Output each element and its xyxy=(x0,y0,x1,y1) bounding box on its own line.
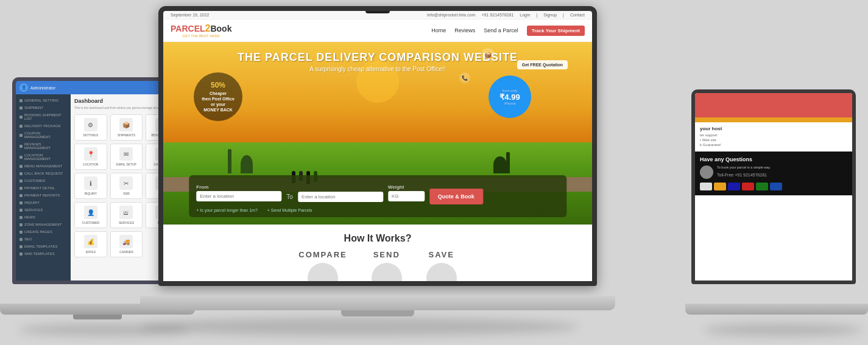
grid-email[interactable]: ✉ EMAIL SETUP xyxy=(110,144,143,170)
quote-book-button[interactable]: Quote & Book xyxy=(429,189,483,204)
right-questions-section: Have any Questions To book your parcel i… xyxy=(695,152,852,195)
settings-icon: ⚙ xyxy=(84,118,97,131)
right-agent-avatar xyxy=(700,166,713,179)
logo-parcel: PARCEL xyxy=(171,24,205,33)
sidebar-item-coupon[interactable]: COUPON MANAGEMENT xyxy=(16,130,71,141)
sidebar-item-sms[interactable]: SMS TEMPLATES xyxy=(16,250,71,257)
bubble-line1: Cheaper xyxy=(202,91,235,96)
nav-home[interactable]: Home xyxy=(431,27,446,33)
sidebar-item-callback[interactable]: CALL BACK REQUEST xyxy=(16,170,71,177)
topbar-signup[interactable]: Signup xyxy=(543,13,557,17)
tree-top-2 xyxy=(493,156,507,173)
grid-rates[interactable]: 💰 RATES xyxy=(74,231,107,257)
sidebar-item-seo[interactable]: SEO xyxy=(16,235,71,243)
sidebar-item-payment[interactable]: PAYMENT DETAIL xyxy=(16,184,71,192)
send-icon xyxy=(372,263,402,281)
sidebar-item-email[interactable]: EMAIL TEMPLATES xyxy=(16,243,71,250)
sidebar-item-reviews[interactable]: REVIEWS MANAGEMENT xyxy=(16,141,71,152)
grid-settings[interactable]: ⚙ SETTINGS xyxy=(74,114,107,141)
grid-services[interactable]: 🛎 SERVICES xyxy=(110,202,143,228)
topbar-contact[interactable]: Contact xyxy=(570,13,585,17)
right-guarantee-text: k Guarantee! xyxy=(700,143,847,147)
sidebar-item-delivery[interactable]: DELIVERY PACKAGE xyxy=(16,122,71,130)
services-icon: 🛎 xyxy=(119,206,133,219)
sidebar-item-services[interactable]: SERVICES xyxy=(16,206,71,214)
grid-sms[interactable]: ✂ SMS xyxy=(110,173,143,199)
step-send-label: SEND xyxy=(372,250,402,259)
to-separator: To xyxy=(286,193,293,200)
camera-notch xyxy=(365,10,390,13)
step-save-label: SAVE xyxy=(426,250,457,259)
right-chat-content: To book your parcel in a simple way. Tol… xyxy=(717,166,771,177)
right-website-text: r Web site xyxy=(700,138,847,142)
inquiry-icon: ℹ xyxy=(84,176,97,190)
weight-input[interactable] xyxy=(388,191,425,201)
grid-inquiry[interactable]: ℹ INQUIRY xyxy=(74,173,107,199)
how-it-works-title: How It Works? xyxy=(172,233,584,244)
sidebar-item-reports[interactable]: PAYMENT REPORTS xyxy=(16,192,71,199)
search-extra: + Is your parcel longer than 1m? + Send … xyxy=(196,208,559,212)
track-button[interactable]: Track Your Shipment xyxy=(527,26,585,36)
logo-tagline: GET THE BEST HERE xyxy=(171,34,231,38)
search-row: From To Weight Quote & Book xyxy=(196,181,559,204)
logo-book: Book xyxy=(210,24,231,33)
nav-links: Home Reviews Send a Parcel Track Your Sh… xyxy=(431,26,585,36)
sidebar-item-news[interactable]: NEWS xyxy=(16,214,71,221)
website-content: September 19, 2022 info@shiprocket.linix… xyxy=(163,11,592,281)
weight-label: Weight xyxy=(388,184,425,190)
hero-bubble: 50% Cheaper then Post Office or your MON… xyxy=(194,72,242,121)
bubble-line2: then Post Office xyxy=(202,96,235,102)
carrier-icon: 🚚 xyxy=(119,235,133,248)
sidebar-item-inquiry[interactable]: INQUIRY xyxy=(16,199,71,206)
customer-icon: 👤 xyxy=(84,206,97,219)
payment-icon-visa xyxy=(728,183,740,190)
sidebar-item-location[interactable]: LOCATION MANAGEMENT xyxy=(16,152,71,162)
multiple-parcels-link[interactable]: + Send Multiple Parcels xyxy=(267,208,312,212)
right-chat-text: To book your parcel in a simple way. xyxy=(717,166,771,170)
email-icon: ✉ xyxy=(119,147,133,161)
sidebar-item-shipment[interactable]: SHIPMENT xyxy=(16,104,71,111)
to-input[interactable] xyxy=(298,192,383,202)
sidebar-item-zone[interactable]: ZONE MANAGEMENT xyxy=(16,221,71,228)
grid-carrier[interactable]: 🚚 CARRIER xyxy=(110,231,143,257)
grid-customer[interactable]: 👤 CUSTOMER xyxy=(74,202,107,228)
how-it-works-section: How It Works? COMPARE SEND SAVE xyxy=(163,225,592,281)
hero-quotation: Get FREE Quotation xyxy=(517,60,568,69)
right-payment-row xyxy=(700,183,847,190)
price-value: ₹4.99 xyxy=(499,92,520,102)
right-laptop-base xyxy=(685,304,868,315)
grid-customer-label: CUSTOMER xyxy=(77,221,105,225)
nav-reviews[interactable]: Reviews xyxy=(454,27,475,33)
compare-icon xyxy=(308,263,338,281)
right-orange-bar xyxy=(695,117,852,122)
nav-send[interactable]: Send a Parcel xyxy=(484,27,518,33)
tree-1 xyxy=(228,149,231,173)
sidebar-item-pages[interactable]: CREATE PAGES xyxy=(16,228,71,235)
longer-parcel-link[interactable]: + Is your parcel longer than 1m? xyxy=(196,208,258,212)
sidebar-item-customer[interactable]: CUSTOMER xyxy=(16,177,71,184)
right-support-text: ter support xyxy=(700,133,847,137)
grid-inquiry-label: INQUIRY xyxy=(77,192,105,195)
sidebar-item-booking[interactable]: BOOKING SHIPMENT LIST xyxy=(16,111,71,122)
location-icon: 📍 xyxy=(84,147,97,161)
grid-shipments-label: SHIPMENTS xyxy=(113,133,141,137)
grid-email-label: EMAIL SETUP xyxy=(113,162,141,166)
sidebar-item-menu[interactable]: MENU MANAGEMENT xyxy=(16,162,71,170)
topbar-login[interactable]: Login xyxy=(520,13,530,17)
sidebar-item-general[interactable]: GENERAL SETTING xyxy=(16,97,71,104)
grid-rates-label: RATES xyxy=(77,250,105,254)
grid-shipments[interactable]: 📦 SHIPMENTS xyxy=(110,114,143,141)
laptop-center: September 19, 2022 info@shiprocket.linix… xyxy=(140,6,615,335)
topbar-date: September 19, 2022 xyxy=(171,13,209,17)
right-questions-title: Have any Questions xyxy=(700,156,847,162)
right-header-red xyxy=(695,93,852,117)
from-field: From xyxy=(196,184,281,201)
right-host-title: your host xyxy=(700,126,847,131)
how-steps: COMPARE SEND SAVE xyxy=(172,250,584,281)
weight-field: Weight xyxy=(388,184,425,201)
sms-icon: ✂ xyxy=(119,176,133,190)
grid-location[interactable]: 📍 LOCATION xyxy=(74,144,107,170)
admin-sidebar: GENERAL SETTING SHIPMENT BOOKING SHIPMEN… xyxy=(16,94,71,281)
tree-2 xyxy=(506,152,510,173)
from-input[interactable] xyxy=(196,191,281,201)
